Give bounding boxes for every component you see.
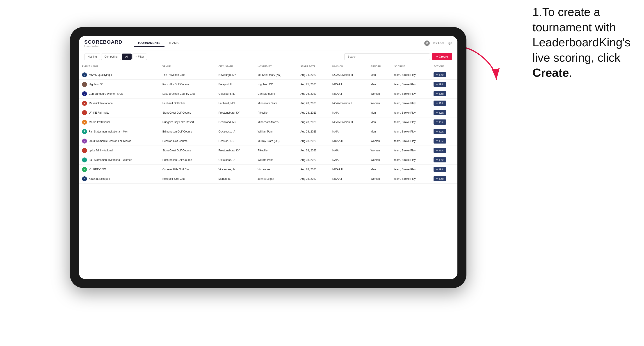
toolbar: Hosting Competing All ≡ Filter + Create	[79, 50, 458, 63]
cell-hosted: Highland CC	[254, 80, 297, 89]
cell-city: Galesburg, IL	[215, 89, 254, 99]
cell-gender: Women	[368, 155, 391, 165]
table-row: K Klash at Kokopelli Kokopelli Golf Club…	[79, 174, 458, 183]
cell-date: Aug 28, 2023	[297, 99, 329, 108]
cell-division: NICAA I	[329, 80, 368, 89]
edit-button[interactable]: ✏ Edit	[434, 167, 446, 172]
edit-button[interactable]: ✏ Edit	[434, 138, 446, 144]
cell-scoring: team, Stroke Play	[391, 146, 430, 155]
event-name-text: MSMC Qualifying 1	[89, 73, 112, 76]
edit-button[interactable]: ✏ Edit	[434, 91, 446, 96]
edit-button[interactable]: ✏ Edit	[434, 82, 446, 87]
edit-label: Edit	[439, 130, 444, 133]
edit-button[interactable]: ✏ Edit	[434, 157, 446, 163]
cell-scoring: team, Stroke Play	[391, 165, 430, 174]
cell-scoring: team, Stroke Play	[391, 108, 430, 117]
edit-button[interactable]: ✏ Edit	[434, 148, 446, 153]
edit-icon: ✏	[436, 168, 438, 171]
team-logo: K	[82, 176, 87, 181]
event-name-text: Carl Sandburg Women FA23	[89, 92, 123, 95]
cell-venue: Park Hills Golf Course	[159, 80, 216, 89]
cell-venue: Edmundson Golf Course	[159, 155, 216, 165]
user-name: Test User	[432, 42, 444, 45]
edit-button[interactable]: ✏ Edit	[434, 120, 446, 125]
edit-button[interactable]: ✏ Edit	[434, 72, 446, 77]
team-logo: U	[82, 110, 87, 115]
cell-event-name: u upike fall invitational	[79, 146, 159, 155]
cell-actions: ✏ Edit	[430, 89, 458, 99]
cell-gender: Men	[368, 165, 391, 174]
cell-date: Aug 25, 2023	[297, 80, 329, 89]
edit-icon: ✏	[436, 140, 438, 142]
cell-actions: ✏ Edit	[430, 117, 458, 127]
tab-teams[interactable]: TEAMS	[164, 39, 183, 47]
edit-label: Edit	[439, 121, 444, 124]
cell-city: Newburgh, NY	[215, 70, 254, 80]
cell-event-name: F Fall Statesmen Invitational - Men	[79, 127, 159, 136]
team-logo: F	[82, 158, 87, 163]
cell-city: Hesston, KS	[215, 136, 254, 146]
col-venue: VENUE	[159, 63, 216, 70]
cell-city: Vincennes, IN	[215, 165, 254, 174]
team-logo: 2	[82, 139, 87, 144]
cell-gender: Women	[368, 99, 391, 108]
team-logo: F	[82, 129, 87, 134]
cell-scoring: team, Stroke Play	[391, 99, 430, 108]
table-container[interactable]: EVENT NAME VENUE CITY, STATE HOSTED BY S…	[79, 63, 458, 279]
table-row: M MSMC Qualifying 1 The Powelton Club Ne…	[79, 70, 458, 80]
cell-date: Aug 28, 2023	[297, 127, 329, 136]
event-name-text: UPIKE Fall Invite	[89, 111, 109, 114]
cell-gender: Women	[368, 146, 391, 155]
event-name-text: Maverick Invitational	[89, 102, 113, 105]
event-name-text: upike fall invitational	[89, 149, 113, 152]
table-row: 2 2023 Women's Hesston Fall Kickoff Hess…	[79, 136, 458, 146]
cell-city: Marion, IL	[215, 174, 254, 183]
cell-hosted: Pikeville	[254, 146, 297, 155]
cell-actions: ✏ Edit	[430, 146, 458, 155]
sign-in-text[interactable]: Sign	[446, 42, 452, 45]
cell-venue: StoneCrest Golf Course	[159, 108, 216, 117]
filter-hosting-button[interactable]: Hosting	[84, 53, 100, 60]
col-actions: ACTIONS	[430, 63, 458, 70]
cell-city: Prestonsburg, KY	[215, 146, 254, 155]
cell-event-name: M Maverick Invitational	[79, 99, 159, 108]
edit-button[interactable]: ✏ Edit	[434, 129, 446, 134]
gear-icon[interactable]: ⚙	[424, 40, 430, 46]
edit-icon: ✏	[436, 83, 438, 86]
edit-button[interactable]: ✏ Edit	[434, 176, 446, 181]
table-row: u upike fall invitational StoneCrest Gol…	[79, 146, 458, 155]
edit-icon: ✏	[436, 149, 438, 152]
event-name-text: 2023 Women's Hesston Fall Kickoff	[89, 140, 131, 143]
edit-label: Edit	[439, 92, 444, 95]
cell-date: Aug 28, 2023	[297, 155, 329, 165]
cell-division: NICAA II	[329, 165, 368, 174]
create-button[interactable]: + Create	[432, 53, 452, 60]
event-name-text: Fall Statesmen Invitational - Women	[89, 158, 132, 162]
search-input[interactable]	[344, 53, 430, 60]
cell-venue: Ruttger's Bay Lake Resort	[159, 117, 216, 127]
edit-button[interactable]: ✏ Edit	[434, 101, 446, 106]
top-bar: SCOREBOARD Powered by clippr TOURNAMENTS…	[79, 36, 458, 50]
cell-scoring: team, Stroke Play	[391, 117, 430, 127]
tab-tournaments[interactable]: TOURNAMENTS	[134, 39, 164, 47]
edit-icon: ✏	[436, 102, 438, 105]
cell-scoring: team, Stroke Play	[391, 80, 430, 89]
filter-competing-button[interactable]: Competing	[101, 53, 121, 60]
edit-label: Edit	[439, 159, 444, 161]
edit-label: Edit	[439, 168, 444, 171]
cell-venue: Hesston Golf Course	[159, 136, 216, 146]
edit-label: Edit	[439, 111, 444, 114]
cell-hosted: Murray State (OK)	[254, 136, 297, 146]
cell-gender: Women	[368, 174, 391, 183]
cell-venue: Lake Bracken Country Club	[159, 89, 216, 99]
edit-icon: ✏	[436, 92, 438, 95]
tablet-frame: SCOREBOARD Powered by clippr TOURNAMENTS…	[70, 27, 466, 288]
filter-icon-button[interactable]: ≡ Filter	[132, 53, 147, 60]
event-name-text: Fall Statesmen Invitational - Men	[89, 130, 128, 133]
team-logo: M	[82, 72, 87, 77]
edit-button[interactable]: ✏ Edit	[434, 110, 446, 115]
filter-all-button[interactable]: All	[122, 53, 132, 60]
col-city-state: CITY, STATE	[215, 63, 254, 70]
cell-venue: Faribault Golf Club	[159, 99, 216, 108]
team-logo: M	[82, 101, 87, 106]
